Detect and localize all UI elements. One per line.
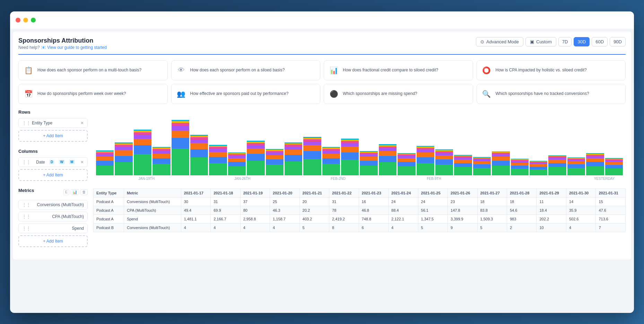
header-right: ⊙ Advanced Mode ▣ Custom 7D 30D 60D 90D <box>476 37 626 46</box>
bar-group <box>134 110 151 175</box>
metrics-icon-e[interactable]: E <box>63 189 69 195</box>
table-header: 2021-01-18 <box>211 189 240 197</box>
bar-group <box>190 110 208 175</box>
metric-cell: CPA (MultiTouch) <box>124 206 181 214</box>
value-cell: 37 <box>240 197 270 206</box>
table-row: Podcast BConversions (MultiTouch)4444586… <box>94 223 626 232</box>
bar-group <box>247 110 264 175</box>
question-card-q2[interactable]: 👁 How does each sponsor perform on a sil… <box>171 60 321 80</box>
value-cell: 49.4 <box>181 206 210 214</box>
page-title: Sponsorships Attribution <box>18 37 107 44</box>
metrics-add-item-button[interactable]: + Add Item <box>18 235 88 247</box>
table-header: 2021-01-21 <box>299 189 329 197</box>
question-icon-q7: ⚫ <box>328 88 339 99</box>
bar-group <box>398 110 415 175</box>
rows-add-item-button[interactable]: + Add Item <box>18 130 88 142</box>
metrics-section: Metrics E 📊 🗑 ⋮⋮ Conversions (MultiTouch… <box>18 188 88 247</box>
table-header: 2021-01-19 <box>240 189 270 197</box>
metric-conversions: ⋮⋮ Conversions (MultiTouch) <box>18 200 88 210</box>
table-header: 2021-01-22 <box>329 189 359 197</box>
value-cell: 502.6 <box>566 214 595 223</box>
main-content: Sponsorships Attribution Need help? 📧 Vi… <box>13 32 631 260</box>
value-cell: 14 <box>566 197 595 206</box>
table-header: 2021-01-23 <box>359 189 388 197</box>
period-30d-button[interactable]: 30D <box>574 37 590 46</box>
bar-group <box>511 110 529 175</box>
custom-button[interactable]: ▣ Custom <box>525 37 556 46</box>
value-cell: 46.8 <box>359 206 388 214</box>
period-7d-button[interactable]: 7D <box>558 37 572 46</box>
columns-add-item-button[interactable]: + Add Item <box>18 169 88 181</box>
minimize-dot[interactable] <box>23 18 28 23</box>
question-text-q5: How do sponsorships perform week over we… <box>37 91 126 97</box>
table-header: 2021-01-31 <box>596 189 626 197</box>
badge-w[interactable]: W <box>59 160 65 164</box>
chart-labels: JAN-19THJAN-26THFEB-2NDFEB-9THYESTERDAY <box>93 177 626 184</box>
entity-type-label: Entity Type <box>32 121 52 125</box>
help-text: Need help? 📧 View our guide to getting s… <box>18 45 107 50</box>
entity-type-tag: ⋮⋮ Entity Type ✕ <box>18 118 88 128</box>
bar-group <box>548 110 566 175</box>
custom-icon: ▣ <box>530 39 534 44</box>
metric-cell: Spend <box>124 214 181 223</box>
question-text-q6: How effective are sponsors paid out by p… <box>190 91 289 97</box>
remove-date-icon[interactable]: ✕ <box>80 160 84 165</box>
question-card-q3[interactable]: 📊 How does fractional credit compare to … <box>324 60 473 80</box>
value-cell: 983 <box>507 214 536 223</box>
value-cell: 15 <box>596 197 626 206</box>
metrics-icon-trash[interactable]: 🗑 <box>80 189 88 195</box>
badge-m[interactable]: M <box>69 160 75 164</box>
question-card-q6[interactable]: 👥 How effective are sponsors paid out by… <box>171 84 321 104</box>
value-cell: 20.2 <box>299 206 329 214</box>
metric-spend: ⋮⋮ Spend <box>18 224 88 233</box>
value-cell: 4 <box>270 223 299 232</box>
remove-entity-icon[interactable]: ✕ <box>80 121 84 125</box>
help-link[interactable]: View our guide to getting started <box>47 45 107 50</box>
question-icon-q5: 📅 <box>23 88 34 99</box>
badge-d[interactable]: D <box>49 160 54 164</box>
columns-section: Columns ⋮⋮ Date D W M ✕ + Add Item <box>18 149 88 181</box>
metrics-icon-chart[interactable]: 📊 <box>71 189 79 195</box>
value-cell: 5 <box>299 223 329 232</box>
question-card-q4[interactable]: ⭕ How is CPA impacted by holistic vs. si… <box>477 60 626 80</box>
content-area: Rows ⋮⋮ Entity Type ✕ + Add Item Columns… <box>18 110 626 254</box>
chart-label: YESTERDAY <box>594 177 615 181</box>
period-90d-button[interactable]: 90D <box>610 37 626 46</box>
value-cell: 56.1 <box>418 206 447 214</box>
value-cell: 4 <box>211 223 240 232</box>
value-cell: 24 <box>389 197 418 206</box>
table-row: Podcast ACPA (MultiTouch)49.469.98046.32… <box>94 206 626 214</box>
bar-group <box>530 110 547 175</box>
table-header: 2021-01-30 <box>566 189 595 197</box>
bar-group <box>454 110 472 175</box>
value-cell: 31 <box>329 197 359 206</box>
bar-group <box>417 110 434 175</box>
question-icon-q1: 📋 <box>23 65 34 76</box>
question-card-q8[interactable]: 🔍 Which sponsorships have no tracked con… <box>477 84 626 104</box>
value-cell: 20 <box>299 197 329 206</box>
entity-cell: Podcast A <box>94 206 124 214</box>
value-cell: 147.8 <box>448 206 477 214</box>
advanced-mode-button[interactable]: ⊙ Advanced Mode <box>476 37 523 46</box>
period-60d-button[interactable]: 60D <box>592 37 608 46</box>
bar-group <box>266 110 284 175</box>
bar-group <box>341 110 359 175</box>
maximize-dot[interactable] <box>31 18 36 23</box>
chart-label: FEB-2ND <box>331 177 346 181</box>
question-card-q7[interactable]: ⚫ Which sponsorships are missing spend? <box>324 84 473 104</box>
metrics-title: Metrics <box>18 188 34 193</box>
value-cell: 11 <box>537 197 566 206</box>
value-cell: 1,347.5 <box>418 214 447 223</box>
value-cell: 46.3 <box>270 206 299 214</box>
drag-icon-cpa: ⋮⋮ <box>22 214 31 219</box>
chart-and-table: JAN-19THJAN-26THFEB-2NDFEB-9THYESTERDAY … <box>93 110 626 254</box>
question-card-q5[interactable]: 📅 How do sponsorships perform week over … <box>18 84 168 104</box>
value-cell: 80 <box>240 206 270 214</box>
table-header: 2021-01-20 <box>270 189 299 197</box>
value-cell: 2 <box>507 223 536 232</box>
value-cell: 2,419.2 <box>329 214 359 223</box>
question-card-q1[interactable]: 📋 How does each sponsor perform on a mul… <box>18 60 168 80</box>
value-cell: 83.8 <box>477 206 507 214</box>
close-dot[interactable] <box>16 18 20 23</box>
bar-group <box>492 110 510 175</box>
